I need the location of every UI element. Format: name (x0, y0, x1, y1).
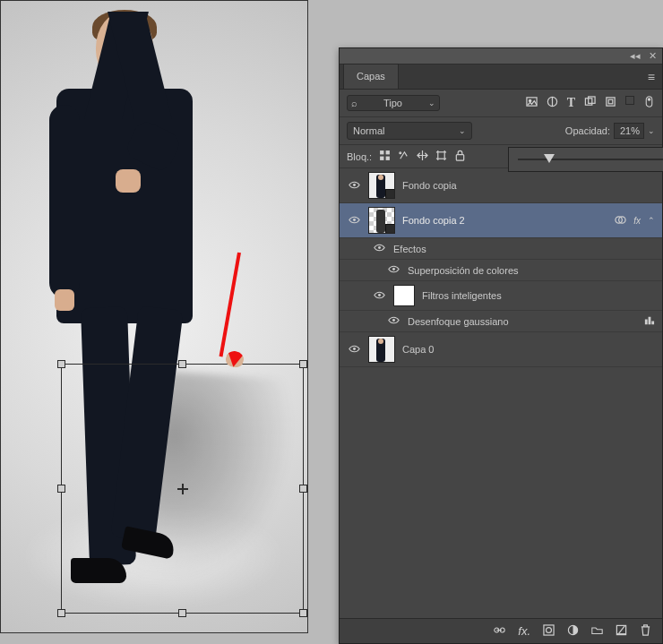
layer-row-fondo-copia-2[interactable]: Fondo copia 2 fx ⌃ (340, 203, 662, 238)
filter-kind-select[interactable]: ⌕ Tipo ⌄ (347, 95, 440, 111)
layer-thumbnail[interactable] (368, 172, 395, 199)
transform-handle-w[interactable] (57, 485, 65, 493)
panel-top-controls: ◂◂ ✕ (340, 48, 662, 64)
opacity-slider-track[interactable] (518, 159, 663, 160)
layer-row-color-overlay[interactable]: Superposición de colores (340, 260, 662, 281)
filter-type-icon[interactable]: T (567, 96, 575, 110)
layer-row-effects[interactable]: Efectos (340, 238, 662, 260)
svg-rect-11 (380, 157, 383, 160)
annotation-arrow-to-canvas (235, 253, 251, 369)
svg-point-20 (378, 246, 381, 249)
svg-point-21 (392, 268, 395, 270)
layer-thumbnail[interactable] (368, 207, 395, 234)
filter-color-swatch[interactable] (625, 96, 634, 105)
fx-badge[interactable]: fx (633, 216, 641, 226)
svg-rect-9 (380, 150, 383, 154)
filter-blending-icon[interactable] (643, 314, 655, 328)
visibility-toggle[interactable] (372, 289, 386, 303)
document-canvas[interactable] (0, 0, 308, 633)
lock-image-icon[interactable] (398, 150, 409, 163)
panel-collapse-icon[interactable]: ◂◂ (630, 50, 641, 61)
lock-pixels-icon[interactable] (379, 150, 391, 163)
figure-hand-left (55, 289, 74, 311)
transform-handle-s[interactable] (178, 609, 186, 617)
svg-point-23 (392, 319, 395, 322)
smartobject-badge-icon (385, 189, 395, 199)
layer-name[interactable]: Capa 0 (402, 344, 434, 355)
filter-name: Desenfoque gaussiano (408, 316, 509, 327)
chevron-down-icon[interactable]: ⌄ (648, 126, 655, 135)
filter-mask-thumbnail[interactable] (393, 285, 415, 306)
svg-point-8 (648, 98, 651, 101)
svg-point-13 (400, 152, 401, 154)
layer-row-capa-0[interactable]: Capa 0 (340, 332, 662, 367)
panel-tabs: Capas ≡ (340, 64, 662, 90)
opacity-label[interactable]: Opacidad: (565, 125, 610, 136)
opacity-slider-popup[interactable] (508, 147, 663, 172)
filter-smartobject-icon[interactable] (605, 96, 616, 110)
blend-mode-select[interactable]: Normal ⌄ (347, 122, 472, 140)
lock-artboard-icon[interactable] (435, 150, 447, 163)
svg-rect-6 (608, 99, 613, 104)
filter-toggle-icon[interactable] (643, 96, 655, 110)
blend-opacity-row: Normal ⌄ Opacidad: 21% ⌄ (340, 117, 662, 145)
collapse-effects-icon[interactable]: ⌃ (648, 216, 655, 225)
svg-point-1 (529, 99, 530, 101)
filter-image-icon[interactable] (526, 96, 538, 110)
layer-name[interactable]: Fondo copia 2 (402, 215, 465, 226)
transform-center[interactable] (177, 484, 188, 494)
svg-point-24 (353, 348, 356, 350)
svg-rect-10 (386, 150, 390, 154)
filter-adjust-icon[interactable] (547, 96, 558, 110)
delete-layer-icon[interactable] (640, 624, 651, 639)
visibility-toggle[interactable] (347, 214, 361, 228)
filter-shape-icon[interactable] (584, 96, 596, 110)
layer-name[interactable]: Fondo copia (402, 180, 457, 191)
effects-label: Efectos (393, 244, 426, 254)
filter-kind-label: Tipo (383, 98, 402, 108)
layer-filter-toolbar: ⌕ Tipo ⌄ T (340, 90, 662, 117)
layer-row-gaussian-blur[interactable]: Desenfoque gaussiano (340, 311, 662, 332)
search-icon: ⌕ (351, 98, 357, 108)
blending-options-icon[interactable] (615, 214, 626, 228)
layer-row-smart-filters[interactable]: Filtros inteligentes (340, 281, 662, 311)
free-transform-box[interactable] (61, 364, 304, 614)
visibility-toggle[interactable] (386, 314, 400, 328)
layers-panel: ◂◂ ✕ Capas ≡ ⌕ Tipo ⌄ T Normal ⌄ Opacida… (339, 47, 663, 644)
opacity-value[interactable]: 21% (614, 123, 644, 139)
visibility-toggle[interactable] (386, 263, 400, 277)
add-mask-icon[interactable] (543, 624, 555, 639)
panel-menu-icon[interactable]: ≡ (648, 70, 655, 84)
transform-handle-nw[interactable] (57, 360, 65, 368)
lock-all-icon[interactable] (454, 150, 466, 163)
panel-close-icon[interactable]: ✕ (649, 50, 657, 61)
svg-point-28 (547, 627, 552, 632)
transform-handle-n[interactable] (178, 360, 186, 368)
svg-rect-12 (386, 157, 390, 160)
lock-label: Bloq.: (347, 151, 372, 162)
transform-handle-sw[interactable] (57, 609, 65, 617)
svg-point-17 (353, 219, 356, 221)
new-layer-icon[interactable] (616, 624, 627, 639)
layer-thumbnail[interactable] (368, 336, 395, 363)
opacity-slider-thumb[interactable] (544, 154, 555, 163)
transform-handle-e[interactable] (299, 485, 307, 493)
svg-rect-14 (438, 152, 444, 159)
tab-layers[interactable]: Capas (343, 64, 399, 89)
link-layers-icon[interactable] (494, 624, 505, 639)
new-adjustment-icon[interactable] (567, 624, 579, 639)
visibility-toggle[interactable] (347, 343, 361, 356)
new-group-icon[interactable] (591, 624, 603, 639)
layers-list: Fondo copia Fondo copia 2 fx ⌃ Efectos S… (340, 168, 662, 367)
transform-handle-ne[interactable] (299, 360, 307, 368)
chevron-down-icon: ⌄ (428, 99, 435, 107)
svg-rect-15 (456, 155, 463, 161)
chevron-down-icon: ⌄ (459, 126, 466, 135)
visibility-toggle[interactable] (372, 242, 386, 255)
add-style-icon[interactable]: fx. (518, 624, 530, 638)
figure-hand-right (116, 169, 141, 193)
transform-handle-se[interactable] (299, 609, 307, 617)
lock-position-icon[interactable] (417, 150, 428, 163)
visibility-toggle[interactable] (347, 179, 361, 193)
layer-row-fondo-copia[interactable]: Fondo copia (340, 168, 662, 203)
